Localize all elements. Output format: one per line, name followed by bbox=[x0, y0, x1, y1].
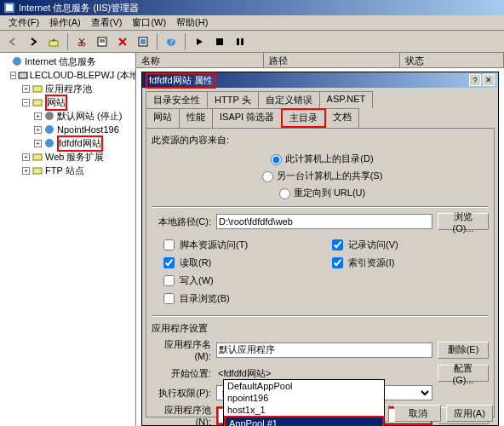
svg-rect-16 bbox=[19, 72, 27, 78]
app-pool-dropdown: DefaultAppPool npoint196 host1x_1 AppPoo… bbox=[223, 379, 385, 426]
svg-rect-18 bbox=[33, 100, 42, 106]
tree-default-site[interactable]: +默认网站 (停止) bbox=[2, 109, 134, 123]
tab-website[interactable]: 网站 bbox=[146, 108, 180, 128]
menu-help[interactable]: 帮助(H) bbox=[171, 16, 213, 29]
app-name-label: 应用程序名(M): bbox=[152, 338, 211, 361]
menubar: 文件(F) 操作(A) 查看(V) 窗口(W) 帮助(H) bbox=[0, 15, 504, 31]
svg-rect-17 bbox=[33, 86, 42, 92]
cut-icon[interactable] bbox=[72, 32, 91, 51]
refresh-icon[interactable] bbox=[134, 32, 152, 51]
tab-home-directory[interactable]: 主目录 bbox=[281, 108, 326, 128]
tab-dir-security[interactable]: 目录安全性 bbox=[146, 91, 208, 108]
svg-point-21 bbox=[45, 139, 54, 147]
up-button[interactable] bbox=[44, 32, 63, 51]
chk-write[interactable] bbox=[163, 275, 175, 286]
dropdown-option[interactable]: host1x_1 bbox=[224, 404, 384, 416]
tab-documents[interactable]: 文档 bbox=[325, 108, 359, 128]
chk-log-visits[interactable] bbox=[332, 239, 343, 250]
tabs-container: 目录安全性 HTTP 头 自定义错误 ASP.NET 网站 性能 ISAPI 筛… bbox=[142, 88, 498, 417]
config-button[interactable]: 配置(G)... bbox=[438, 365, 489, 382]
chk-dir-browse[interactable] bbox=[163, 293, 175, 304]
svg-rect-13 bbox=[237, 38, 239, 45]
dropdown-option[interactable]: DefaultAppPool bbox=[224, 380, 384, 392]
close-button[interactable]: ✕ bbox=[483, 74, 495, 86]
col-path[interactable]: 路径 bbox=[264, 53, 400, 67]
tree-server[interactable]: −LECLOUD-BLEPWJ (本地计 bbox=[2, 68, 134, 82]
pause-icon[interactable] bbox=[231, 32, 249, 51]
svg-rect-22 bbox=[33, 154, 42, 160]
tree-websites[interactable]: −网站 bbox=[2, 95, 134, 109]
menu-action[interactable]: 操作(A) bbox=[44, 16, 86, 29]
stop-icon[interactable] bbox=[210, 32, 229, 51]
remove-button[interactable]: 删除(E) bbox=[438, 342, 489, 359]
tree-root[interactable]: Internet 信息服务 bbox=[2, 55, 134, 68]
tree-web-ext[interactable]: +Web 服务扩展 bbox=[2, 150, 134, 164]
tab-aspnet[interactable]: ASP.NET bbox=[319, 91, 374, 108]
help-button[interactable]: ? bbox=[469, 74, 481, 86]
delete-icon[interactable] bbox=[113, 32, 132, 51]
tree-app-pools[interactable]: +应用程序池 bbox=[2, 82, 134, 95]
svg-rect-1 bbox=[6, 4, 13, 11]
radio-redirect[interactable] bbox=[279, 188, 290, 199]
browse-button[interactable]: 浏览(O)... bbox=[438, 213, 489, 230]
svg-rect-14 bbox=[241, 38, 243, 45]
local-path-input[interactable] bbox=[216, 214, 432, 229]
properties-dialog: fdfdfd网站 属性 ? ✕ 目录安全性 HTTP 头 自定义错误 ASP.N… bbox=[141, 72, 499, 426]
apply-button[interactable]: 应用(A) bbox=[446, 405, 493, 422]
tab-body: 此资源的内容来自: 此计算机上的目录(D) 另一台计算机上的共享(S) 重定向到… bbox=[146, 128, 495, 417]
svg-rect-2 bbox=[49, 41, 58, 46]
chk-script-access[interactable] bbox=[163, 239, 175, 250]
back-button[interactable] bbox=[3, 32, 22, 51]
svg-point-19 bbox=[45, 112, 54, 120]
tree-panel: Internet 信息服务 −LECLOUD-BLEPWJ (本地计 +应用程序… bbox=[0, 53, 136, 426]
play-icon[interactable] bbox=[190, 32, 209, 51]
tree-fdfdfd-site[interactable]: +fdfdfd网站 bbox=[2, 136, 134, 150]
col-name[interactable]: 名称 bbox=[136, 53, 264, 67]
svg-point-20 bbox=[45, 125, 54, 134]
properties-icon[interactable] bbox=[93, 32, 112, 51]
forward-button[interactable] bbox=[24, 32, 43, 51]
toolbar: ? bbox=[0, 31, 504, 53]
dialog-title: fdfdfd网站 属性 bbox=[146, 72, 216, 89]
menu-window[interactable]: 窗口(W) bbox=[127, 16, 171, 29]
dialog-titlebar: fdfdfd网站 属性 ? ✕ bbox=[142, 72, 498, 88]
local-path-label: 本地路径(C): bbox=[152, 216, 211, 228]
svg-rect-12 bbox=[216, 38, 223, 45]
menu-view[interactable]: 查看(V) bbox=[86, 16, 128, 29]
app-name-input[interactable] bbox=[216, 343, 432, 358]
tab-isapi[interactable]: ISAPI 筛选器 bbox=[212, 108, 282, 128]
tab-custom-errors[interactable]: 自定义错误 bbox=[258, 91, 320, 108]
col-status[interactable]: 状态 bbox=[400, 53, 504, 67]
dropdown-option[interactable]: npoint196 bbox=[224, 392, 384, 404]
svg-rect-23 bbox=[33, 168, 42, 174]
radio-share[interactable] bbox=[262, 171, 273, 182]
exec-perm-label: 执行权限(P): bbox=[152, 387, 211, 400]
tab-http-headers[interactable]: HTTP 头 bbox=[207, 91, 259, 108]
app-settings-label: 应用程序设置 bbox=[152, 322, 489, 335]
cancel-button[interactable]: 取消 bbox=[394, 405, 441, 422]
svg-point-15 bbox=[13, 57, 21, 66]
svg-text:?: ? bbox=[169, 37, 174, 46]
tab-performance[interactable]: 性能 bbox=[179, 108, 213, 128]
chk-index[interactable] bbox=[332, 257, 343, 268]
chk-read[interactable] bbox=[163, 257, 175, 268]
menu-file[interactable]: 文件(F) bbox=[3, 16, 44, 29]
radio-this-computer[interactable] bbox=[271, 154, 282, 165]
app-pool-label: 应用程序池(N): bbox=[152, 404, 211, 426]
tree-ftp[interactable]: +FTP 站点 bbox=[2, 164, 134, 177]
dropdown-option-selected[interactable]: AppPool #1 bbox=[224, 416, 384, 426]
separator bbox=[157, 33, 158, 50]
window-title: Internet 信息服务 (IIS)管理器 bbox=[19, 2, 139, 14]
list-header: 名称 路径 状态 bbox=[136, 53, 504, 68]
start-pos-value: <fdfdfd网站> bbox=[216, 367, 432, 380]
svg-rect-9 bbox=[140, 39, 146, 44]
separator bbox=[67, 33, 68, 50]
window-titlebar: Internet 信息服务 (IIS)管理器 bbox=[0, 0, 504, 15]
help-icon[interactable]: ? bbox=[162, 32, 180, 51]
start-pos-label: 开始位置: bbox=[152, 367, 211, 380]
content-source-label: 此资源的内容来自: bbox=[152, 134, 489, 147]
app-icon bbox=[3, 2, 15, 14]
separator bbox=[185, 33, 186, 50]
